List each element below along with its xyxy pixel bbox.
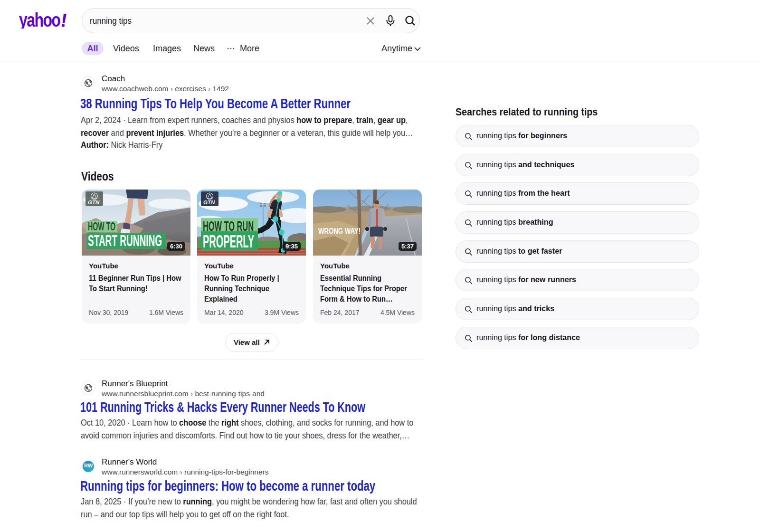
svg-text:PROPERLY: PROPERLY bbox=[203, 232, 254, 251]
svg-text:GTN: GTN bbox=[88, 200, 100, 205]
svg-text:!: ! bbox=[59, 12, 69, 28]
svg-text:WRONG WAY!: WRONG WAY! bbox=[318, 227, 361, 236]
svg-text:yahoo: yahoo bbox=[19, 12, 61, 28]
svg-text:HOW TO: HOW TO bbox=[88, 220, 115, 233]
svg-text:GTN: GTN bbox=[203, 200, 215, 205]
svg-text:START RUNNING: START RUNNING bbox=[88, 231, 162, 249]
